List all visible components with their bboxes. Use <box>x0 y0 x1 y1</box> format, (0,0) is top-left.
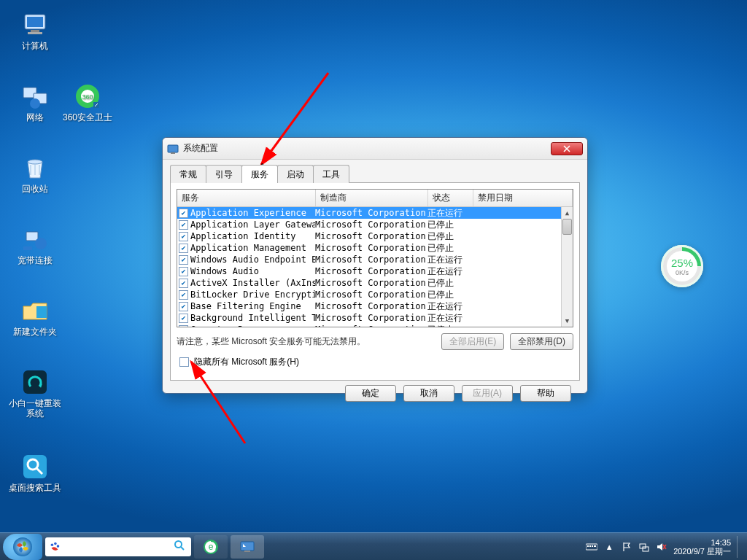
col-vendor[interactable]: 制造商 <box>316 190 428 206</box>
row-checkbox[interactable] <box>179 267 188 276</box>
start-button[interactable] <box>3 534 42 560</box>
table-row[interactable]: BitLocker Drive Encryptio...Microsoft Co… <box>177 289 573 300</box>
desktop-icon-glyph <box>20 153 50 182</box>
system-tray[interactable]: ▲ 14:35 2020/9/7 星期一 <box>586 536 744 558</box>
svg-point-24 <box>13 537 32 556</box>
table-row[interactable]: ActiveX Installer (AxInstSV)Microsoft Co… <box>177 277 573 289</box>
svg-rect-20 <box>168 145 178 152</box>
cell-service: Base Filtering Engine <box>190 301 315 311</box>
clock[interactable]: 14:35 2020/9/7 星期一 <box>673 538 731 556</box>
row-checkbox[interactable] <box>179 232 188 241</box>
row-checkbox[interactable] <box>179 209 188 218</box>
row-checkbox[interactable] <box>179 255 188 265</box>
svg-rect-37 <box>592 545 593 547</box>
cell-service: BitLocker Drive Encryptio... <box>190 289 315 300</box>
svg-text:360: 360 <box>82 93 93 101</box>
taskbar[interactable]: e ▲ 14:35 2020/9/7 星期一 <box>0 532 747 560</box>
table-row[interactable]: Windows AudioMicrosoft Corporation正在运行 <box>177 265 573 277</box>
taskbar-search[interactable] <box>45 537 191 556</box>
keyboard-icon[interactable] <box>586 541 597 553</box>
table-row[interactable]: Base Filtering EngineMicrosoft Corporati… <box>177 300 573 312</box>
svg-rect-21 <box>171 152 175 154</box>
svg-point-25 <box>51 543 54 546</box>
row-checkbox[interactable] <box>179 325 188 327</box>
tab-general[interactable]: 常规 <box>170 165 206 183</box>
close-button[interactable] <box>551 142 583 155</box>
cancel-button[interactable]: 取消 <box>403 385 454 402</box>
ok-button[interactable]: 确定 <box>345 385 396 402</box>
col-disable-date[interactable]: 禁用日期 <box>473 190 573 206</box>
apply-button[interactable]: 应用(A) <box>462 385 513 402</box>
baidu-icon <box>48 540 61 553</box>
cell-vendor: Microsoft Corporation <box>315 313 427 323</box>
hide-ms-checkbox[interactable] <box>179 357 189 367</box>
table-row[interactable]: Application IdentityMicrosoft Corporatio… <box>177 230 573 242</box>
tab-services[interactable]: 服务 <box>241 165 278 183</box>
cell-vendor: Microsoft Corporation <box>315 266 427 276</box>
col-state[interactable]: 状态 <box>428 190 473 206</box>
tab-boot[interactable]: 引导 <box>206 165 242 183</box>
table-row[interactable]: Application ManagementMicrosoft Corporat… <box>177 242 573 254</box>
disable-all-button[interactable]: 全部禁用(D) <box>510 333 573 350</box>
chevron-up-icon[interactable]: ▲ <box>603 541 615 553</box>
listview-header[interactable]: 服务 制造商 状态 禁用日期 <box>177 190 573 207</box>
magnifier-icon <box>174 540 185 551</box>
cell-state: 正在运行 <box>427 312 473 324</box>
col-service[interactable]: 服务 <box>177 190 316 206</box>
volume-muted-icon[interactable] <box>656 541 667 553</box>
row-checkbox[interactable] <box>179 244 188 253</box>
msconfig-icon <box>239 538 256 556</box>
desktop-icon[interactable]: 网络 <box>9 82 61 122</box>
help-button[interactable]: 帮助 <box>520 385 571 402</box>
desktop-icon-label: 新建文件夹 <box>9 327 61 337</box>
row-checkbox[interactable] <box>179 290 188 300</box>
cell-service: Background Intelligent Tr... <box>190 313 315 323</box>
svg-point-28 <box>175 541 182 548</box>
show-desktop-button[interactable] <box>737 536 741 558</box>
search-input[interactable] <box>61 540 188 553</box>
desktop-icon[interactable]: 桌面搜索工具 <box>9 452 61 493</box>
row-checkbox[interactable] <box>179 314 188 323</box>
enable-all-button[interactable]: 全部启用(E) <box>441 333 504 350</box>
taskbar-msconfig[interactable] <box>231 535 264 559</box>
tab-startup[interactable]: 启动 <box>277 165 314 183</box>
desktop-icon-glyph: 360 <box>73 82 102 111</box>
tab-tools[interactable]: 工具 <box>313 165 349 183</box>
table-row[interactable]: Computer BrowserMicrosoft Corporation已停止 <box>177 324 573 327</box>
table-row[interactable]: Windows Audio Endpoint Bu...Microsoft Co… <box>177 254 573 265</box>
cell-state: 已停止 <box>427 219 473 231</box>
cpu-gauge[interactable]: 25% 0K/s <box>661 245 703 287</box>
scroll-down-icon[interactable]: ▼ <box>562 315 573 327</box>
flag-icon[interactable] <box>621 541 632 553</box>
titlebar[interactable]: 系统配置 <box>163 138 587 160</box>
scrollbar[interactable]: ▲ ▼ <box>561 207 573 327</box>
desktop-icon[interactable]: 360360安全卫士 <box>61 82 114 122</box>
row-checkbox[interactable] <box>179 302 188 311</box>
svg-rect-2 <box>31 30 39 32</box>
desktop-icon[interactable]: 宽带连接 <box>9 225 61 265</box>
row-checkbox[interactable] <box>179 220 188 230</box>
desktop-icon[interactable]: 小白一键重装系统 <box>9 368 61 419</box>
svg-rect-35 <box>587 545 589 547</box>
cell-state: 已停止 <box>427 324 473 327</box>
desktop-icon[interactable]: 计算机 <box>9 10 61 51</box>
scroll-up-icon[interactable]: ▲ <box>562 207 573 219</box>
hint-text: 请注意，某些 Microsoft 安全服务可能无法禁用。 <box>177 335 365 348</box>
table-row[interactable]: Application ExperienceMicrosoft Corporat… <box>177 207 573 219</box>
table-row[interactable]: Application Layer Gateway...Microsoft Co… <box>177 219 573 230</box>
cell-service: Application Management <box>190 243 315 253</box>
scroll-thumb[interactable] <box>562 219 572 235</box>
row-checkbox[interactable] <box>179 279 188 288</box>
svg-rect-12 <box>23 370 47 394</box>
svg-point-9 <box>35 238 47 249</box>
cell-service: Application Layer Gateway... <box>190 219 315 230</box>
desktop-icon[interactable]: 新建文件夹 <box>9 296 61 337</box>
svg-rect-33 <box>244 551 250 552</box>
network-icon[interactable] <box>638 541 650 553</box>
taskbar-browser[interactable]: e <box>194 535 228 559</box>
svg-rect-8 <box>26 232 38 241</box>
desktop-icon[interactable]: 回收站 <box>9 153 61 194</box>
cell-state: 正在运行 <box>427 300 473 313</box>
table-row[interactable]: Background Intelligent Tr...Microsoft Co… <box>177 312 573 324</box>
listview-services[interactable]: 服务 制造商 状态 禁用日期 Application ExperienceMic… <box>177 189 573 327</box>
